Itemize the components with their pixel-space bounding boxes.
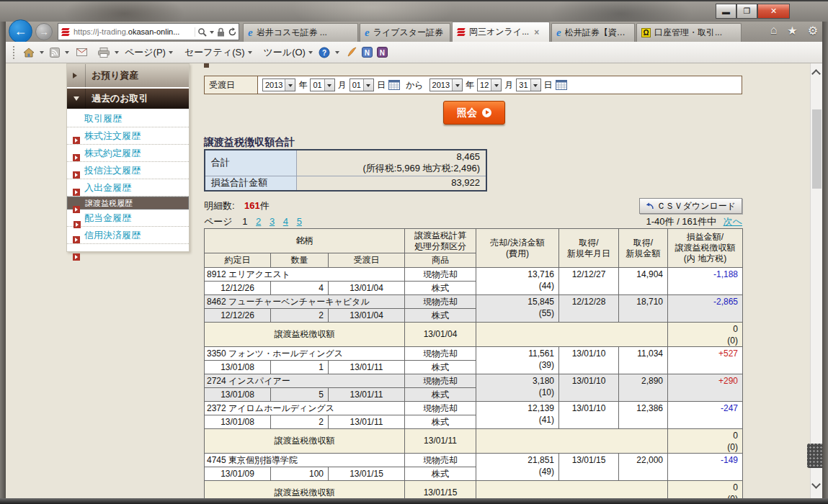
sidebar-item-deposit-withdrawal-history[interactable]: 入出金履歴 xyxy=(67,179,189,197)
vertical-scrollbar[interactable] xyxy=(810,63,822,498)
bullet-icon xyxy=(74,221,81,228)
ie-icon: e xyxy=(556,27,561,39)
tab-kouza-kanri[interactable]: Ω口座管理・取引... xyxy=(636,23,742,42)
summary-row-value: 8,465 (所得税:5,969 地方税:2,496) xyxy=(296,150,486,176)
sidebar-item-dividend-history[interactable]: 配当金履歴 xyxy=(67,210,189,227)
sidebar-item-stock-execution-history[interactable]: 株式約定履歴 xyxy=(67,145,189,162)
cell-settle-date: 13/01/04 xyxy=(329,282,405,295)
header-sell-amount: 売却/決済金額 (費用) xyxy=(476,229,559,268)
home-icon[interactable]: ⌂ xyxy=(770,24,778,37)
chevron-down-icon[interactable] xyxy=(115,51,119,56)
summary-row-value: 83,922 xyxy=(296,176,486,191)
from-month-select[interactable]: 01 xyxy=(310,78,334,91)
range-info: 1-40件 / 161件中 xyxy=(646,216,717,227)
csv-download-button[interactable]: ＣＳＶダウンロード xyxy=(639,198,742,214)
cell-quantity: 5 xyxy=(271,388,329,402)
tab-livestar[interactable]: eライブスター証券 xyxy=(360,23,450,42)
cell-subtotal-empty xyxy=(476,429,668,454)
settings-gear-icon[interactable]: ⚙ xyxy=(808,24,818,37)
menu-tools[interactable]: ツール(O) xyxy=(264,46,313,59)
tab-iwai-cosmo[interactable]: e岩井コスモ証券 ... xyxy=(243,23,358,42)
to-year-select[interactable]: 2013 xyxy=(429,78,463,91)
sidebar-item-stock-order-history[interactable]: 株式注文履歴 xyxy=(67,127,189,145)
forward-button[interactable]: → xyxy=(35,23,53,40)
chevron-down-icon[interactable] xyxy=(65,51,69,56)
cell-subtotal-empty xyxy=(476,323,668,347)
url-dropdown-icon[interactable] xyxy=(210,31,214,36)
mail-icon[interactable] xyxy=(76,48,87,56)
close-button[interactable]: ✕ xyxy=(757,4,790,19)
calendar-icon[interactable] xyxy=(388,80,400,90)
onenote-linked-icon[interactable]: N xyxy=(377,47,388,58)
sidebar-item-fund-order-history[interactable]: 投信注文履歴 xyxy=(67,162,189,179)
pagination-label: ページ xyxy=(204,216,233,227)
print-icon[interactable] xyxy=(98,48,110,58)
sidebar-header-assets[interactable]: お預り資産 xyxy=(67,64,189,87)
tab-matsui[interactable]: e松井証券【資産... xyxy=(551,23,635,42)
cell-subtotal-date: 13/01/11 xyxy=(405,429,476,454)
home-menu-icon[interactable] xyxy=(23,48,35,58)
menu-safety[interactable]: セーフティ(S) xyxy=(184,46,252,59)
scrollbar-down-icon[interactable] xyxy=(811,480,821,489)
cell-category: 現物売却 xyxy=(405,374,476,388)
cell-trade-date: 13/01/08 xyxy=(205,361,271,374)
window-border-left xyxy=(0,22,6,498)
page-link-3[interactable]: 3 xyxy=(270,216,275,227)
cell-acq-date: 13/01/15 xyxy=(559,454,619,481)
summary-title: 譲渡益税徴収額合計 xyxy=(204,136,295,149)
minimize-button[interactable]: ▬ xyxy=(716,4,736,19)
scrollbar-up-icon[interactable] xyxy=(811,69,821,78)
sidebar-item-trade-history[interactable]: 取引履歴 xyxy=(67,110,189,127)
page-link-4[interactable]: 4 xyxy=(283,216,288,227)
sidebar-menu: 取引履歴 株式注文履歴 株式約定履歴 投信注文履歴 入出金履歴 譲渡益税履歴 配… xyxy=(67,110,189,244)
maximize-button[interactable]: ❐ xyxy=(736,4,757,19)
refresh-icon[interactable] xyxy=(228,27,237,37)
sidebar-item-capital-gains-tax-history[interactable]: 譲渡益税履歴 xyxy=(67,197,189,210)
next-page-link[interactable]: 次へ xyxy=(724,216,742,227)
to-day-select[interactable]: 31 xyxy=(516,78,540,91)
window-border-right xyxy=(822,22,828,498)
header-stock: 銘柄 xyxy=(205,229,405,253)
header-acq-amount: 取得/ 新規金額 xyxy=(619,229,668,268)
cell-acq-amount: 22,000 xyxy=(619,454,668,481)
sidebar: お預り資産 過去のお取引 取引履歴 株式注文履歴 株式約定履歴 投信注文履歴 入… xyxy=(66,63,190,252)
chevron-down-icon[interactable] xyxy=(40,51,44,56)
page-viewport: お預り資産 過去のお取引 取引履歴 株式注文履歴 株式約定履歴 投信注文履歴 入… xyxy=(6,63,822,498)
okasan-favicon xyxy=(61,27,71,37)
chevron-down-icon xyxy=(308,51,313,56)
page-link-2[interactable]: 2 xyxy=(256,216,261,227)
tab-okasan-active[interactable]: 岡三オンライ...× xyxy=(452,22,550,42)
back-button[interactable]: ← xyxy=(9,19,32,43)
pagination: ページ 1 2 3 4 5 1-40件 / 161件中 次へ xyxy=(204,215,742,227)
svg-text:?: ? xyxy=(322,48,326,56)
sidebar-item-margin-settlement-history[interactable]: 信用決済履歴 xyxy=(67,227,189,244)
cell-quantity: 2 xyxy=(271,415,329,429)
inquiry-button[interactable]: 照会 xyxy=(443,101,505,125)
stock-row: 2724 インスパイアー現物売却3,180 (10)13/01/102,890+… xyxy=(205,374,743,388)
cell-acq-amount: 12,386 xyxy=(619,402,668,429)
navigation-bar: ← → https://j-trading.okasan-onlin... e岩… xyxy=(6,22,822,42)
cell-sell-amount: 15,845 (55) xyxy=(476,295,559,323)
menu-page[interactable]: ページ(P) xyxy=(125,46,173,59)
from-year-select[interactable]: 2013 xyxy=(262,78,295,91)
onenote-send-icon[interactable]: N xyxy=(362,47,373,58)
tab-close-icon[interactable]: × xyxy=(534,27,539,37)
sidebar-header-history[interactable]: 過去のお取引 xyxy=(67,89,189,109)
help-icon[interactable]: ? xyxy=(319,47,330,58)
cell-pnl: -247 xyxy=(668,402,743,429)
settlement-date-label: 受渡日 xyxy=(205,76,258,94)
scrollbar-thumb[interactable] xyxy=(812,109,822,189)
calendar-icon[interactable] xyxy=(556,80,567,90)
page-link-5[interactable]: 5 xyxy=(297,216,302,227)
cell-subtotal-label: 譲渡益税徴収額 xyxy=(205,481,405,499)
search-icon[interactable] xyxy=(197,27,207,37)
url-text: https://j-trading.okasan-onlin... xyxy=(74,27,195,36)
medal-icon: Ω xyxy=(641,28,651,37)
chevron-down-icon[interactable] xyxy=(335,51,339,56)
from-day-select[interactable]: 01 xyxy=(350,78,374,91)
quill-icon[interactable] xyxy=(347,47,357,58)
to-month-select[interactable]: 12 xyxy=(477,78,502,91)
rss-icon[interactable] xyxy=(50,48,60,58)
favorites-star-icon[interactable]: ★ xyxy=(787,24,797,37)
url-field[interactable]: https://j-trading.okasan-onlin... xyxy=(58,23,239,40)
